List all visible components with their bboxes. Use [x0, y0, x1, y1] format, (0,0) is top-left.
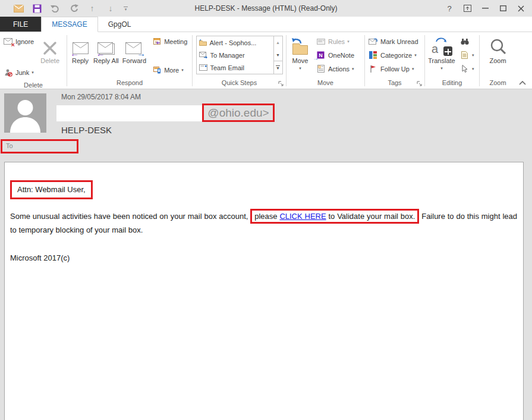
ribbon-group-move: Move ▾ Rules ▾ N → OneNote — [287, 32, 364, 89]
actions-button[interactable]: Actions ▾ — [314, 64, 355, 74]
help-icon[interactable]: ? — [440, 1, 458, 15]
ribbon-group-respond: ← Reply ← Reply All → Forward — [67, 32, 192, 89]
forward-icon: → — [125, 36, 144, 56]
mark-unread-button[interactable]: Mark Unread — [367, 36, 420, 46]
reply-button[interactable]: ← Reply — [69, 35, 92, 65]
follow-up-button[interactable]: Follow Up ▾ — [367, 64, 420, 74]
move-icon — [290, 36, 310, 56]
undo-icon[interactable] — [50, 3, 61, 14]
chevron-down-icon: ▾ — [440, 66, 443, 71]
chevron-down-icon: ▾ — [414, 53, 417, 58]
to-label: To — [6, 142, 13, 149]
close-icon[interactable] — [512, 1, 530, 15]
quick-step-to-manager[interactable]: To Manager — [197, 49, 273, 61]
to-field-annotation[interactable]: To — [1, 139, 78, 153]
chevron-down-icon: ▾ — [472, 67, 474, 71]
sender-domain: @ohio.edu> — [207, 106, 269, 120]
scroll-down-icon[interactable]: ▼ — [274, 49, 282, 61]
move-up-icon[interactable]: ↑ — [87, 3, 97, 14]
group-label-zoom: Zoom — [480, 79, 516, 89]
more-respond-button[interactable]: More ▾ — [150, 65, 188, 75]
zoom-button[interactable]: Zoom — [487, 35, 509, 65]
body-paragraph: Some unusual activities have been notice… — [10, 209, 517, 237]
group-label-delete: Delete — [0, 81, 67, 90]
save-icon[interactable] — [32, 3, 42, 14]
reply-icon: ← — [71, 36, 90, 56]
mail-icon[interactable] — [13, 3, 24, 14]
ribbon-display-options-icon[interactable] — [458, 1, 476, 15]
tab-file[interactable]: FILE — [0, 17, 41, 32]
paragraph-start: Some unusual activities have been notice… — [10, 212, 248, 221]
phishing-link-annotation: please CLICK HERE to Validate your mail … — [250, 209, 419, 224]
chevron-down-icon: ▾ — [299, 66, 301, 71]
sender-redacted-area — [56, 105, 202, 121]
message-header: Mon 29/05/2017 8:04 AM @ohio.edu> HELP-D… — [0, 89, 532, 162]
tags-dialog-launcher-icon[interactable] — [417, 81, 423, 87]
junk-button[interactable]: Junk ▾ — [2, 67, 35, 77]
message-date: Mon 29/05/2017 8:04 AM — [61, 93, 141, 101]
categorize-button[interactable]: Categorize ▾ — [367, 50, 420, 60]
ribbon: × Ignore Junk ▾ Delete Delete — [0, 32, 532, 89]
group-label-respond: Respond — [67, 79, 192, 89]
delete-icon — [42, 36, 58, 56]
email-card-icon — [199, 64, 207, 71]
move-down-icon[interactable]: ↓ — [105, 3, 116, 14]
find-button[interactable] — [458, 36, 476, 46]
delete-button[interactable]: Delete — [39, 35, 61, 65]
related-button[interactable]: ▾ — [458, 50, 476, 60]
forward-button[interactable]: → Forward — [121, 35, 148, 65]
quick-steps-scrollbar: ▲ ▼ ▼ — [273, 36, 282, 74]
folder-icon — [199, 39, 207, 46]
redo-icon[interactable] — [68, 3, 79, 14]
rules-button[interactable]: Rules ▾ — [314, 36, 355, 46]
meeting-button[interactable]: Meeting — [150, 36, 188, 46]
categorize-icon — [368, 51, 378, 59]
select-button[interactable]: ▾ — [458, 64, 476, 74]
chevron-down-icon: ▾ — [181, 68, 184, 73]
tab-gpgol[interactable]: GpgOL — [98, 17, 141, 32]
chevron-down-icon: ▾ — [347, 39, 350, 44]
click-here-link[interactable]: CLICK HERE — [279, 212, 326, 221]
chevron-down-icon: ▾ — [32, 70, 34, 75]
maximize-icon[interactable] — [494, 1, 512, 15]
translate-button[interactable]: a Translate ▾ — [427, 35, 457, 71]
quick-step-team-email[interactable]: Team Email — [197, 61, 273, 74]
title-bar: ↑ ↓ ▾ HELP-DESK - Message (HTML) (Read-O… — [0, 0, 532, 17]
group-label-editing: Editing — [425, 79, 479, 89]
ignore-icon: × — [3, 37, 13, 46]
envelope-arrow-icon — [199, 52, 207, 58]
salutation-text: Attn: Webmail User, — [17, 185, 86, 194]
reply-all-icon: ← — [96, 36, 115, 56]
reply-all-button[interactable]: ← Reply All — [92, 35, 121, 65]
move-button[interactable]: Move ▾ — [288, 35, 312, 71]
sender-domain-annotation: @ohio.edu> — [202, 104, 275, 122]
ignore-button[interactable]: × Ignore — [2, 36, 35, 46]
gallery-more-icon[interactable]: ▼ — [274, 61, 282, 74]
tab-message[interactable]: MESSAGE — [41, 17, 97, 32]
scroll-up-icon[interactable]: ▲ — [274, 36, 282, 49]
customize-qat-icon[interactable]: ▾ — [124, 7, 128, 10]
group-label-move: Move — [287, 79, 364, 89]
related-document-icon — [459, 51, 470, 59]
group-label-quick-steps: Quick Steps — [193, 79, 286, 89]
actions-icon — [316, 64, 326, 73]
ribbon-group-tags: Mark Unread Categorize ▾ Follow Up ▾ — [365, 32, 424, 89]
ribbon-group-zoom: Zoom Zoom — [480, 32, 516, 89]
quick-step-alert[interactable]: Alert - Sophos... — [197, 36, 273, 49]
salutation-annotation: Attn: Webmail User, — [10, 180, 93, 199]
cursor-arrow-icon — [459, 64, 470, 73]
chevron-down-icon: ▾ — [412, 67, 414, 71]
onenote-icon: N → — [316, 51, 326, 59]
minimize-icon[interactable] — [476, 1, 494, 15]
collapse-ribbon-icon[interactable] — [519, 81, 526, 85]
ribbon-group-editing: a Translate ▾ — [425, 32, 479, 89]
boxed-text-after: to Validate your mail box. — [326, 212, 415, 221]
onenote-button[interactable]: N → OneNote — [314, 50, 355, 60]
avatar — [4, 93, 46, 133]
boxed-text-before: please — [254, 212, 279, 221]
message-subject: HELP-DESK — [61, 125, 112, 135]
quick-steps-dialog-launcher-icon[interactable] — [278, 81, 284, 87]
signature-text: Microsoft 2017(c) — [10, 253, 517, 262]
binoculars-icon — [459, 37, 470, 46]
ribbon-tab-row: FILE MESSAGE GpgOL — [0, 17, 532, 32]
